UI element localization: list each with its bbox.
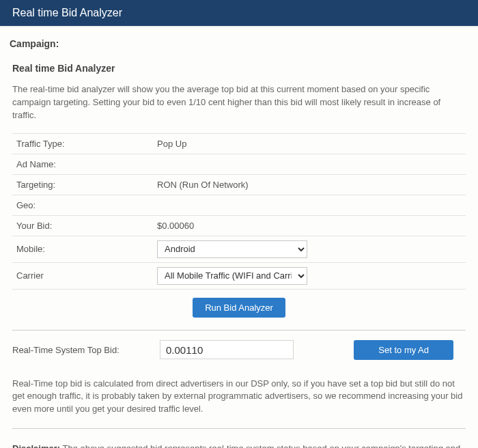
campaign-label: Campaign: xyxy=(8,37,470,57)
panel-intro: The real-time bid analyzer will show you… xyxy=(12,83,466,133)
table-row: Targeting: RON (Run Of Network) xyxy=(12,174,466,195)
carrier-label: Carrier xyxy=(12,262,153,289)
divider xyxy=(12,330,466,331)
app-title: Real time Bid Analyzer xyxy=(12,7,122,18)
table-row: Geo: xyxy=(12,195,466,215)
geo-label: Geo: xyxy=(12,195,153,215)
your-bid-value: $0.00060 xyxy=(153,215,466,236)
disclaimer-label: Disclaimer: xyxy=(12,443,60,448)
explanation-note: Real-Time top bid is calculated from dir… xyxy=(12,364,466,423)
carrier-select[interactable]: All Mobile Traffic (WIFI and Carrier) xyxy=(157,267,307,285)
top-bid-input[interactable] xyxy=(160,340,294,359)
your-bid-label: Your Bid: xyxy=(12,215,153,236)
page-body: Campaign: Real time Bid Analyzer The rea… xyxy=(0,27,478,448)
divider xyxy=(12,428,466,429)
table-row: Your Bid: $0.00060 xyxy=(12,215,466,236)
mobile-select[interactable]: Android xyxy=(157,240,307,258)
top-bid-label: Real-Time System Top Bid: xyxy=(12,345,153,355)
table-row: Carrier All Mobile Traffic (WIFI and Car… xyxy=(12,262,466,289)
app-header: Real time Bid Analyzer xyxy=(0,0,478,26)
targeting-value: RON (Run Of Network) xyxy=(153,174,466,195)
table-row: Ad Name: xyxy=(12,154,466,174)
analyzer-panel: Real time Bid Analyzer The real-time bid… xyxy=(8,57,470,448)
panel-title: Real time Bid Analyzer xyxy=(12,59,466,83)
mobile-label: Mobile: xyxy=(12,236,153,262)
ad-name-label: Ad Name: xyxy=(12,154,153,174)
targeting-label: Targeting: xyxy=(12,174,153,195)
disclaimer-text: The above suggested bid represents real-… xyxy=(12,443,464,448)
table-row: Mobile: Android xyxy=(12,236,466,262)
run-analyzer-button[interactable]: Run Bid Analyzer xyxy=(193,298,285,318)
table-row: Traffic Type: Pop Up xyxy=(12,133,466,154)
geo-value xyxy=(153,195,466,215)
properties-table: Traffic Type: Pop Up Ad Name: Targeting:… xyxy=(12,133,466,290)
set-to-ad-button[interactable]: Set to my Ad xyxy=(354,340,453,360)
traffic-type-value: Pop Up xyxy=(153,133,466,154)
traffic-type-label: Traffic Type: xyxy=(12,133,153,154)
disclaimer: Disclaimer: The above suggested bid repr… xyxy=(12,436,466,448)
ad-name-value xyxy=(153,154,466,174)
top-bid-row: Real-Time System Top Bid: Set to my Ad xyxy=(12,337,466,364)
